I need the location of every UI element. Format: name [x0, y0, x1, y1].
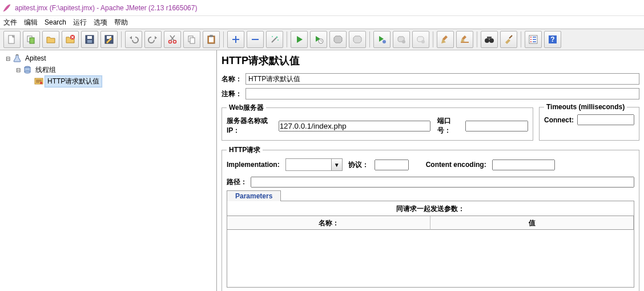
- stop-icon: [333, 34, 343, 45]
- reset-search-button[interactable]: [500, 31, 517, 48]
- template-icon: [26, 34, 37, 45]
- port-input[interactable]: [465, 121, 528, 131]
- help-button[interactable]: ?: [544, 31, 561, 48]
- new-button[interactable]: [3, 31, 21, 48]
- svg-point-28: [383, 40, 386, 43]
- tree-node-http-defaults[interactable]: HTTP请求默认值: [1, 75, 216, 87]
- undo-button[interactable]: [125, 31, 142, 48]
- expand-button[interactable]: [227, 31, 244, 48]
- server-label: 服务器名称或IP：: [227, 116, 275, 135]
- remote-shutdown-icon: [416, 34, 426, 45]
- shutdown-button[interactable]: [349, 31, 366, 48]
- tree-node-testplan[interactable]: ⊟ Apitest: [1, 53, 216, 64]
- save-icon: [84, 34, 95, 45]
- menu-run[interactable]: 运行: [73, 18, 87, 27]
- open-button[interactable]: [42, 31, 59, 48]
- chevron-down-icon[interactable]: ▼: [331, 158, 343, 171]
- comment-input[interactable]: [245, 88, 639, 99]
- remote-stop-icon: [396, 34, 406, 45]
- svg-rect-7: [87, 40, 92, 43]
- toggle-button[interactable]: [266, 31, 283, 48]
- params-body[interactable]: [227, 230, 634, 287]
- scissors-icon: [167, 34, 178, 45]
- menu-help[interactable]: 帮助: [114, 18, 128, 27]
- minus-icon: [250, 34, 260, 45]
- svg-point-34: [489, 38, 494, 43]
- path-input[interactable]: [251, 177, 634, 188]
- remote-start-button[interactable]: [373, 31, 391, 48]
- svg-rect-18: [210, 35, 213, 37]
- impl-label: Implementation:: [227, 161, 280, 169]
- menu-file[interactable]: 文件: [3, 18, 17, 27]
- protocol-label: 协议：: [348, 160, 369, 170]
- close-button[interactable]: [62, 31, 79, 48]
- menu-bar: 文件 编辑 Search 运行 选项 帮助: [0, 16, 644, 29]
- timeouts-legend: Timeouts (milliseconds): [544, 103, 627, 111]
- paste-button[interactable]: [203, 31, 220, 48]
- menu-options[interactable]: 选项: [94, 18, 107, 27]
- http-request-fieldset: HTTP请求 Implementation: ▼ 协议： Content enc…: [222, 145, 639, 291]
- start-button[interactable]: [291, 31, 308, 48]
- broom-icon: [440, 34, 450, 45]
- params-title: 同请求一起发送参数：: [227, 201, 634, 216]
- tree-toggle-icon[interactable]: ⊟: [5, 55, 11, 62]
- encoding-label: Content encoding:: [426, 161, 486, 169]
- svg-point-33: [485, 38, 489, 43]
- svg-marker-25: [334, 36, 342, 43]
- save-as-button[interactable]: [100, 31, 118, 48]
- menu-edit[interactable]: 编辑: [24, 18, 38, 27]
- svg-point-21: [277, 39, 279, 41]
- name-label: 名称：: [222, 74, 242, 84]
- svg-point-44: [40, 82, 42, 84]
- folder-close-icon: [65, 34, 75, 45]
- function-helper-button[interactable]: [525, 31, 542, 48]
- plus-icon: [231, 34, 241, 45]
- connect-input[interactable]: [577, 114, 634, 125]
- name-input[interactable]: [245, 73, 639, 85]
- svg-marker-11: [155, 36, 157, 39]
- brush-icon: [504, 34, 514, 45]
- tab-parameters[interactable]: Parameters: [227, 190, 281, 201]
- redo-button[interactable]: [144, 31, 162, 48]
- tree-node-threadgroup[interactable]: ⊟ 线程组: [1, 64, 216, 75]
- remote-stop-button[interactable]: [393, 31, 410, 48]
- tree-toggle-icon[interactable]: ⊟: [15, 66, 22, 73]
- clear-all-button[interactable]: [456, 31, 473, 48]
- search-button[interactable]: [481, 31, 498, 48]
- svg-marker-10: [130, 36, 132, 39]
- encoding-input[interactable]: [492, 160, 555, 170]
- cut-button[interactable]: [164, 31, 181, 48]
- redo-icon: [148, 34, 158, 45]
- copy-button[interactable]: [183, 31, 200, 48]
- menu-search[interactable]: Search: [45, 18, 66, 26]
- shutdown-icon: [352, 34, 363, 45]
- impl-select[interactable]: ▼: [285, 158, 343, 171]
- port-label: 端口号：: [437, 116, 462, 135]
- path-label: 路径：: [227, 177, 247, 187]
- http-request-legend: HTTP请求: [227, 145, 263, 155]
- panel-heading: HTTP请求默认值: [222, 54, 639, 67]
- webserver-fieldset: Web服务器 服务器名称或IP： 端口号：: [222, 103, 533, 141]
- svg-point-19: [276, 37, 278, 38]
- flask-icon: [13, 54, 22, 63]
- svg-point-42: [25, 71, 30, 73]
- collapse-button[interactable]: [247, 31, 264, 48]
- params-col-name: 名称：: [227, 216, 430, 230]
- server-input[interactable]: [279, 121, 431, 131]
- clear-button[interactable]: [437, 31, 454, 48]
- save-button[interactable]: [81, 31, 98, 48]
- remote-shutdown-button[interactable]: [412, 31, 429, 48]
- protocol-input[interactable]: [375, 160, 409, 170]
- comment-label: 注释：: [222, 89, 242, 99]
- config-icon: [34, 77, 43, 86]
- remote-play-icon: [377, 34, 387, 45]
- stop-button[interactable]: [329, 31, 347, 48]
- templates-button[interactable]: [23, 31, 40, 48]
- connect-label: Connect:: [544, 116, 574, 124]
- tree-label-testplan: Apitest: [23, 54, 49, 63]
- start-no-pause-button[interactable]: [310, 31, 327, 48]
- tree-pane[interactable]: ⊟ Apitest ⊟ 线程组 HTTP请求默认值: [0, 50, 217, 291]
- svg-marker-22: [297, 36, 303, 43]
- params-col-value: 值: [430, 216, 634, 230]
- svg-rect-3: [30, 38, 34, 43]
